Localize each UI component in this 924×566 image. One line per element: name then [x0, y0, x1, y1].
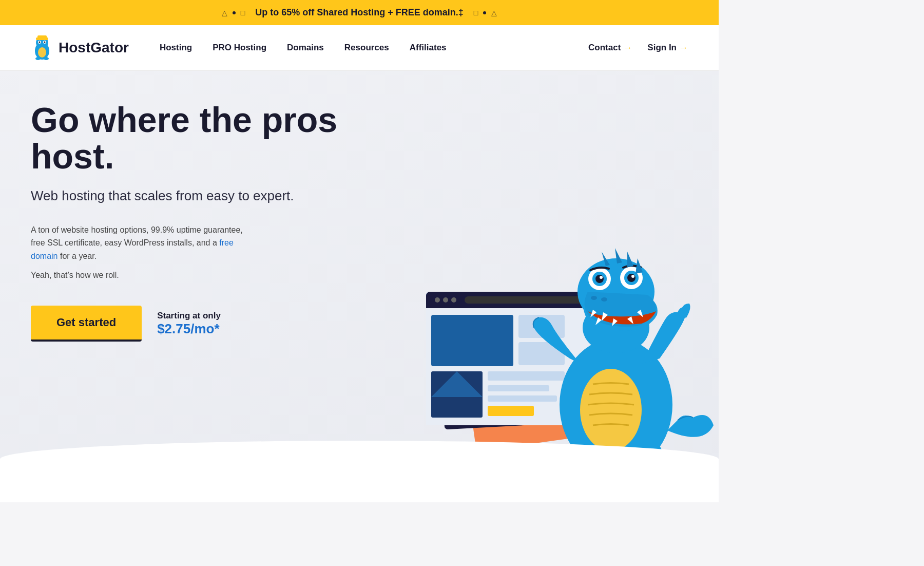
contact-link[interactable]: Contact →: [588, 43, 632, 53]
svg-point-9: [35, 57, 41, 60]
dot-left-1: [233, 11, 236, 14]
svg-rect-19: [465, 296, 588, 304]
logo-gator-icon: [31, 34, 53, 61]
hero-subheadline: Web hosting that scales from easy to exp…: [31, 187, 339, 205]
nav-domains[interactable]: Domains: [287, 43, 324, 53]
svg-rect-28: [488, 395, 557, 402]
nav-affiliates[interactable]: Affiliates: [410, 43, 447, 53]
pricing-label: Starting at only: [157, 311, 221, 321]
wave-bottom: [0, 441, 719, 502]
triangle-icon-left: △: [222, 9, 227, 17]
get-started-button[interactable]: Get started: [31, 306, 142, 342]
signin-arrow-icon: →: [679, 43, 688, 53]
svg-point-32: [580, 369, 642, 451]
banner-decorators-left: △ □: [222, 9, 245, 17]
dot-right-1: [483, 11, 486, 14]
svg-rect-26: [488, 371, 565, 381]
logo-link[interactable]: HostGator: [31, 34, 129, 61]
hero-content: Go where the pros host. Web hosting that…: [31, 102, 339, 342]
main-navigation: Hosting PRO Hosting Domains Resources Af…: [160, 43, 588, 53]
signin-link[interactable]: Sign In →: [647, 43, 688, 53]
svg-point-41: [600, 276, 603, 279]
svg-point-39: [595, 275, 604, 283]
svg-point-8: [38, 47, 46, 58]
nav-right-area: Contact → Sign In →: [588, 43, 688, 53]
contact-arrow-icon: →: [623, 43, 632, 53]
svg-point-42: [631, 275, 634, 278]
svg-point-16: [435, 297, 440, 303]
square-icon-left: □: [241, 9, 245, 17]
svg-rect-3: [37, 35, 47, 39]
svg-point-10: [44, 57, 49, 60]
nav-pro-hosting[interactable]: PRO Hosting: [213, 43, 266, 53]
banner-decorators-right: □ △: [474, 9, 497, 17]
navbar: HostGator Hosting PRO Hosting Domains Re…: [0, 25, 719, 71]
svg-rect-29: [488, 406, 534, 416]
top-banner: △ □ Up to 65% off Shared Hosting + FREE …: [0, 0, 719, 25]
svg-point-43: [591, 296, 597, 300]
logo-text: HostGator: [59, 40, 129, 56]
banner-text: Up to 65% off Shared Hosting + FREE doma…: [255, 7, 464, 18]
hero-description: A ton of website hosting options, 99.9% …: [31, 223, 246, 263]
svg-rect-27: [488, 385, 549, 391]
svg-rect-21: [431, 315, 513, 366]
svg-point-17: [443, 297, 448, 303]
cta-area: Get started Starting at only $2.75/mo*: [31, 306, 339, 342]
svg-point-7: [44, 42, 46, 43]
svg-point-6: [39, 42, 41, 43]
triangle-icon-right: △: [491, 9, 497, 17]
square-icon-right: □: [474, 9, 478, 17]
nav-hosting[interactable]: Hosting: [160, 43, 192, 53]
nav-resources[interactable]: Resources: [344, 43, 389, 53]
svg-point-18: [451, 297, 456, 303]
hero-section: Go where the pros host. Web hosting that…: [0, 71, 719, 502]
svg-point-40: [627, 274, 636, 282]
hero-tagline: Yeah, that’s how we roll.: [31, 271, 339, 280]
pricing-price: $2.75/mo*: [157, 321, 221, 337]
hero-headline: Go where the pros host.: [31, 102, 339, 175]
pricing-info: Starting at only $2.75/mo*: [157, 311, 221, 337]
svg-point-44: [601, 297, 607, 301]
